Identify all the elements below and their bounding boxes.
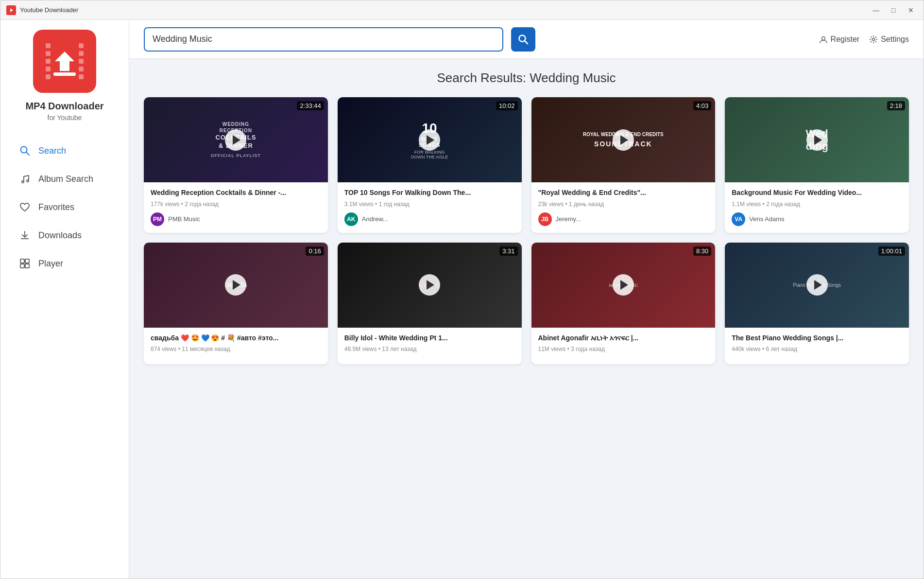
video-duration: 0:16	[306, 246, 324, 256]
video-meta: 177k views • 2 года назад	[151, 201, 321, 208]
play-button[interactable]	[225, 274, 246, 296]
logo-icon	[43, 39, 86, 83]
video-grid: WEDDING RECEPTION COCKTAILS & DINNER OFF…	[144, 97, 909, 364]
play-button[interactable]	[806, 274, 828, 296]
video-title: Billy Idol - White Wedding Pt 1...	[344, 333, 515, 343]
sidebar-item-search[interactable]: Search	[4, 137, 125, 164]
video-thumbnail: Wed ding 2:18	[725, 97, 909, 182]
titlebar-title: Youtube Downloader	[20, 6, 869, 14]
video-thumbnail: Piano Wedding Songs 1:00:01	[725, 243, 909, 328]
app-subtitle: for Youtube	[48, 114, 82, 122]
app-name: MP4 Downloader	[25, 101, 103, 112]
settings-label: Settings	[881, 35, 909, 44]
video-title: Background Music For Wedding Video...	[732, 188, 902, 198]
settings-icon	[869, 35, 878, 44]
app-window: Youtube Downloader — □ ✕	[0, 0, 924, 579]
video-duration: 4:03	[693, 101, 711, 110]
video-info: Billy Idol - White Wedding Pt 1... 48.5M…	[338, 328, 522, 365]
window-controls: — □ ✕	[869, 3, 918, 17]
video-thumbnail: ROYAL WEDDING & END CREDITS SOUNDTRACK 4…	[531, 97, 716, 182]
sidebar: MP4 Downloader for Youtube Search	[0, 20, 129, 579]
sidebar-item-label-downloads: Downloads	[38, 230, 82, 241]
video-card[interactable]: 10 BEST SONGS FOR WALKING DOWN THE AISLE…	[338, 97, 522, 233]
svg-rect-20	[25, 259, 29, 263]
video-title: "Royal Wedding & End Credits"...	[538, 188, 709, 198]
sidebar-item-label-favorites: Favorites	[38, 202, 74, 212]
video-title: TOP 10 Songs For Walking Down The...	[344, 188, 515, 198]
video-channel: JB Jeremy...	[538, 212, 709, 226]
video-meta: 874 views • 11 месяцев назад	[151, 346, 321, 352]
video-meta: 48.5M views • 13 лет назад	[344, 346, 515, 352]
minimize-button[interactable]: —	[869, 3, 883, 17]
sidebar-item-player[interactable]: Player	[4, 250, 125, 277]
titlebar: Youtube Downloader — □ ✕	[0, 0, 924, 20]
video-meta: 1.1M views • 2 года назад	[732, 201, 902, 208]
settings-button[interactable]: Settings	[869, 35, 909, 44]
svg-point-25	[821, 36, 825, 40]
close-button[interactable]: ✕	[904, 3, 918, 17]
video-info: Background Music For Wedding Video... 1.…	[725, 182, 909, 233]
svg-rect-12	[79, 74, 84, 79]
svg-rect-8	[79, 43, 84, 48]
video-channel: PM PMB Music	[151, 212, 321, 226]
play-button[interactable]	[419, 274, 440, 296]
video-card[interactable]: አቢነት አጎናፍር 8:30 Abinet Agonafir አቢነት አጎና…	[531, 243, 716, 365]
channel-name: Andrew...	[362, 215, 388, 223]
register-label: Register	[831, 35, 860, 44]
svg-rect-7	[46, 74, 51, 79]
video-card[interactable]: Wed ding 2:18 Background Music For Weddi…	[725, 97, 909, 233]
search-input-wrap	[144, 27, 503, 52]
video-info: Wedding Reception Cocktails & Dinner -..…	[144, 182, 328, 233]
play-button[interactable]	[419, 129, 440, 151]
topbar-actions: Register Settings	[819, 35, 909, 44]
app-icon	[6, 5, 16, 15]
results-area: Search Results: Wedding Music WEDDING RE…	[129, 59, 924, 579]
svg-rect-11	[79, 67, 84, 71]
search-input[interactable]	[144, 27, 503, 52]
video-card[interactable]: ROYAL WEDDING & END CREDITS SOUNDTRACK 4…	[531, 97, 716, 233]
register-button[interactable]: Register	[819, 35, 860, 44]
video-title: The Best Piano Wedding Songs |...	[732, 333, 902, 343]
sidebar-item-label-album: Album Search	[38, 174, 93, 184]
sidebar-item-album-search[interactable]: Album Search	[4, 165, 125, 193]
svg-rect-22	[25, 264, 29, 268]
channel-name: PMB Music	[168, 215, 200, 223]
video-channel: VA Vens Adams	[732, 212, 902, 226]
maximize-button[interactable]: □	[887, 3, 900, 17]
video-thumbnail: አቢነት አጎናፍር 8:30	[531, 243, 716, 328]
svg-rect-3	[46, 43, 51, 48]
play-button[interactable]	[613, 129, 634, 151]
video-thumbnail: свадьба 0:16	[144, 243, 328, 328]
video-channel: AK Andrew...	[344, 212, 515, 226]
search-btn-icon	[517, 34, 529, 45]
play-button[interactable]	[806, 129, 828, 151]
svg-rect-6	[46, 67, 51, 71]
video-info: TOP 10 Songs For Walking Down The... 3.1…	[338, 182, 522, 233]
channel-avatar: PM	[151, 212, 164, 226]
video-info: The Best Piano Wedding Songs |... 440k v…	[725, 328, 909, 365]
sidebar-item-downloads[interactable]: Downloads	[4, 222, 125, 249]
video-card[interactable]: Piano Wedding Songs 1:00:01 The Best Pia…	[725, 243, 909, 365]
channel-avatar: VA	[732, 212, 745, 226]
video-thumbnail: WEDDING RECEPTION COCKTAILS & DINNER OFF…	[144, 97, 328, 182]
video-card[interactable]: WEDDING RECEPTION COCKTAILS & DINNER OFF…	[144, 97, 328, 233]
svg-line-24	[525, 41, 528, 44]
play-button[interactable]	[225, 129, 246, 151]
grid-icon	[18, 257, 32, 270]
video-card[interactable]: свадьба 0:16 свадьба ❤️ 🤩 💙 😍 # 💐 #авто …	[144, 243, 328, 365]
sidebar-item-favorites[interactable]: Favorites	[4, 193, 125, 221]
music-icon	[18, 172, 32, 186]
video-title: Abinet Agonafir አቢነት አጎናፍር |...	[538, 333, 709, 343]
svg-point-18	[27, 180, 29, 182]
video-title: свадьба ❤️ 🤩 💙 😍 # 💐 #авто #это...	[151, 333, 321, 343]
app-logo	[33, 30, 96, 93]
sidebar-item-label-player: Player	[38, 259, 63, 269]
play-button[interactable]	[613, 274, 634, 296]
content-area: Register Settings Search Results: Weddin…	[129, 20, 924, 579]
video-card[interactable]: vevo 3:31 Billy Idol - White Wedding Pt …	[338, 243, 522, 365]
svg-rect-9	[79, 51, 84, 56]
video-duration: 10:02	[496, 101, 518, 110]
search-button[interactable]	[511, 27, 535, 52]
video-info: "Royal Wedding & End Credits"... 23k vie…	[531, 182, 716, 233]
channel-name: Jeremy...	[556, 215, 582, 223]
